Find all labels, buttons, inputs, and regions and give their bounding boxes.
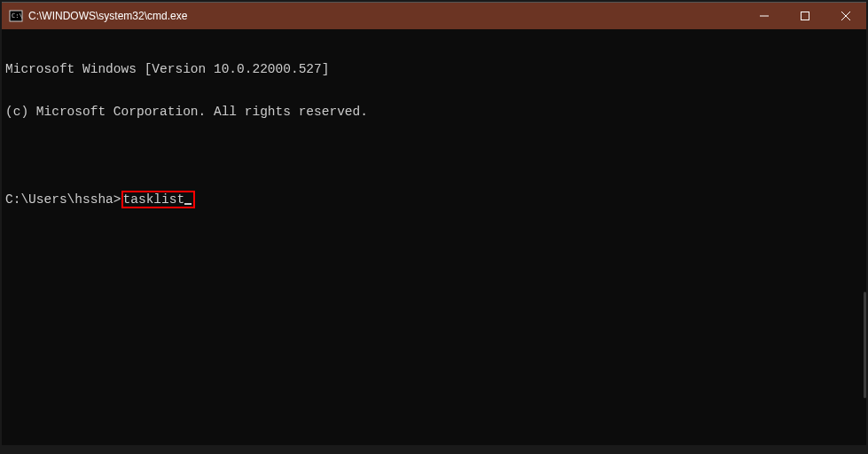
blank-line [5, 148, 863, 162]
scrollbar-thumb[interactable] [864, 292, 866, 398]
svg-rect-3 [802, 12, 809, 20]
window-controls [744, 3, 866, 29]
close-button[interactable] [825, 3, 866, 29]
svg-text:C:\: C:\ [12, 12, 23, 20]
output-line: (c) Microsoft Corporation. All rights re… [5, 106, 863, 120]
maximize-button[interactable] [785, 3, 825, 29]
titlebar[interactable]: C:\ C:\WINDOWS\system32\cmd.exe [2, 3, 866, 29]
command-highlight: tasklist [121, 191, 196, 208]
terminal-body[interactable]: Microsoft Windows [Version 10.0.22000.52… [2, 29, 866, 445]
prompt-text: C:\Users\hssha> [5, 193, 121, 207]
window-title: C:\WINDOWS\system32\cmd.exe [28, 10, 187, 22]
cmd-window: C:\ C:\WINDOWS\system32\cmd.exe Microsof… [2, 2, 866, 445]
command-text: tasklist [123, 192, 185, 207]
minimize-button[interactable] [744, 3, 785, 29]
cmd-icon: C:\ [9, 9, 23, 23]
scrollbar[interactable] [861, 27, 866, 451]
prompt-line: C:\Users\hssha>tasklist [5, 191, 863, 208]
output-line: Microsoft Windows [Version 10.0.22000.52… [5, 63, 863, 77]
cursor [184, 203, 192, 205]
